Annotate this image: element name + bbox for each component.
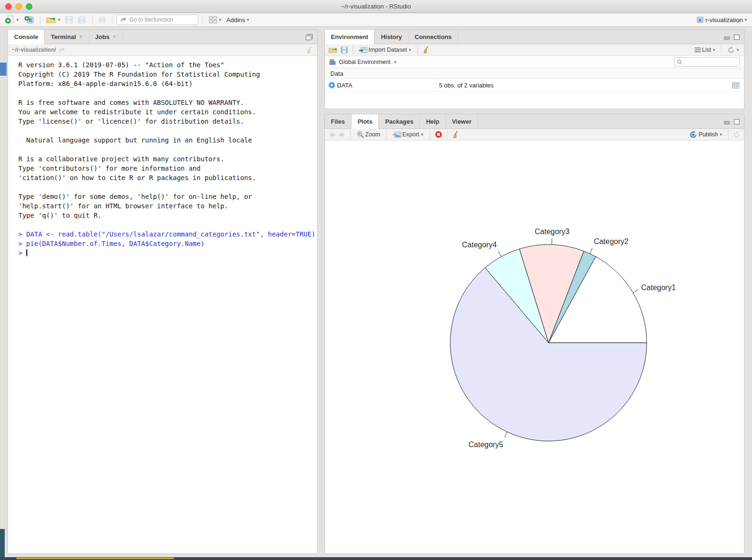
maximize-pane-icon[interactable] — [734, 34, 740, 40]
console-path-bar: ~/r-visualization/ — [8, 44, 317, 56]
zoom-label: Zoom — [365, 131, 380, 138]
svg-text:R: R — [698, 18, 702, 23]
console-tabbar: Console Terminal × Jobs × — [8, 30, 317, 44]
tab-console[interactable]: Console — [8, 30, 45, 44]
tab-packages[interactable]: Packages — [379, 114, 420, 128]
plots-toolbar: Zoom Export ▾ Publish ▾ — [325, 129, 744, 141]
console-output-line: Type 'contributors()' for more informati… — [18, 165, 317, 174]
console-pane: Console Terminal × Jobs × ~/r-visualizat… — [8, 29, 318, 554]
goto-file-input[interactable] — [129, 16, 190, 23]
tab-close-icon[interactable]: × — [79, 33, 83, 40]
goto-directory-icon[interactable] — [59, 47, 65, 53]
pie-label-category4: Category4 — [462, 241, 497, 249]
publish-icon — [689, 131, 697, 138]
environment-search-input[interactable] — [684, 59, 736, 65]
remove-plot-icon[interactable] — [435, 131, 442, 138]
console-command-line: > DATA <- read.table("/Users/lsalazar/co… — [18, 230, 317, 240]
goto-arrow-icon — [120, 17, 126, 23]
working-directory-label: ~/r-visualization/ — [12, 47, 56, 53]
import-dataset-button[interactable]: Import Dataset ▾ — [358, 46, 413, 55]
clear-console-icon[interactable] — [306, 46, 313, 54]
tab-files[interactable]: Files — [325, 114, 352, 128]
environment-view-button[interactable]: List ▾ — [693, 46, 716, 54]
tab-connections[interactable]: Connections — [408, 30, 458, 44]
save-workspace-icon[interactable] — [341, 47, 348, 54]
panes-grid-icon — [209, 16, 217, 24]
tab-history[interactable]: History — [375, 30, 408, 44]
workspace-panes-button[interactable]: ▾ — [207, 15, 223, 24]
list-view-caret-icon: ▾ — [713, 47, 715, 52]
console-output-line: Type 'demo()' for some demos, 'help()' f… — [18, 193, 317, 202]
new-file-button[interactable]: ▾ — [4, 15, 20, 25]
console-output-line: 'help.start()' for an HTML browser inter… — [18, 202, 317, 212]
console-output-line: Natural language support but running in … — [18, 136, 317, 146]
console-output-line: You are welcome to redistribute it under… — [18, 108, 317, 118]
svg-text:R: R — [28, 17, 32, 23]
tab-help[interactable]: Help — [420, 114, 446, 128]
tab-close-icon[interactable]: × — [113, 33, 116, 40]
console-output-line — [18, 127, 317, 136]
new-project-button[interactable]: R — [23, 15, 36, 25]
environment-entry-row[interactable]: DATA 5 obs. of 2 variables — [325, 79, 744, 92]
tab-connections-label: Connections — [415, 33, 452, 40]
save-all-button[interactable] — [77, 15, 88, 24]
environment-toolbar: Import Dataset ▾ List ▾ ▾ — [325, 44, 744, 56]
window-title: ~/r-visualization - RStudio — [0, 0, 752, 13]
print-icon — [98, 16, 106, 24]
addins-button[interactable]: Addins ▾ — [225, 16, 251, 24]
open-file-button[interactable]: ▾ — [45, 15, 62, 24]
publish-label: Publish — [698, 131, 718, 138]
project-menu-button[interactable]: R r-visualization ▾ — [695, 15, 748, 24]
tab-plots[interactable]: Plots — [352, 114, 379, 129]
minimize-pane-icon[interactable] — [724, 34, 730, 40]
next-plot-icon[interactable] — [338, 132, 345, 138]
project-name-label: r-visualization — [705, 16, 743, 24]
zoom-plot-button[interactable]: Zoom — [355, 130, 382, 139]
console-prompt-line[interactable]: > — [18, 249, 317, 259]
refresh-environment-button[interactable]: ▾ — [726, 46, 740, 55]
list-view-icon — [695, 47, 701, 53]
desktop-bottom-strip — [0, 557, 752, 560]
text-cursor — [26, 249, 27, 256]
console-output-line — [18, 146, 317, 155]
open-file-caret-icon: ▾ — [58, 17, 61, 22]
new-file-icon — [5, 16, 15, 24]
clear-environment-icon[interactable] — [423, 46, 430, 54]
maximize-pane-icon[interactable] — [306, 34, 313, 40]
tab-viewer[interactable]: Viewer — [446, 114, 478, 128]
goto-file-search[interactable] — [117, 15, 198, 25]
export-plot-button[interactable]: Export ▾ — [392, 130, 425, 139]
project-icon: R — [696, 16, 705, 24]
refresh-plot-icon[interactable] — [733, 131, 740, 138]
global-environment-label[interactable]: Global Environment — [339, 59, 391, 65]
publish-plot-button[interactable]: Publish ▾ — [688, 130, 723, 139]
environment-search[interactable] — [674, 57, 740, 67]
minimize-pane-icon[interactable] — [724, 119, 730, 125]
tab-environment-label: Environment — [331, 33, 368, 40]
tab-help-label: Help — [426, 118, 439, 125]
project-caret-icon: ▾ — [744, 17, 747, 22]
console-output-line: R is free software and comes with ABSOLU… — [18, 99, 317, 108]
console-output-line: R version 3.6.1 (2019-07-05) -- "Action … — [18, 61, 317, 71]
rstudio-window: ~/r-visualization - RStudio ▾ R ▾ — [0, 0, 752, 560]
tab-plots-label: Plots — [358, 118, 373, 125]
export-caret-icon: ▾ — [421, 132, 423, 137]
panes-caret-icon: ▾ — [219, 17, 221, 22]
tab-terminal[interactable]: Terminal × — [45, 30, 89, 44]
pie-label-tick — [590, 248, 592, 254]
console-output-line — [18, 89, 317, 99]
print-button[interactable] — [97, 16, 108, 24]
maximize-pane-icon[interactable] — [734, 119, 740, 125]
tab-jobs[interactable]: Jobs × — [89, 30, 123, 44]
previous-plot-icon[interactable] — [329, 132, 336, 138]
console-output-line: Platform: x86_64-apple-darwin15.6.0 (64-… — [18, 80, 317, 89]
clear-all-plots-icon[interactable] — [452, 131, 460, 138]
view-table-icon[interactable] — [732, 82, 739, 88]
data-section-header: Data — [325, 68, 744, 79]
load-workspace-icon[interactable] — [329, 47, 338, 54]
expand-object-icon[interactable] — [328, 81, 336, 89]
save-button[interactable] — [64, 15, 74, 24]
title-bar: ~/r-visualization - RStudio — [0, 0, 752, 13]
tab-environment[interactable]: Environment — [325, 30, 375, 44]
console-output-line: Type 'q()' to quit R. — [18, 212, 317, 221]
